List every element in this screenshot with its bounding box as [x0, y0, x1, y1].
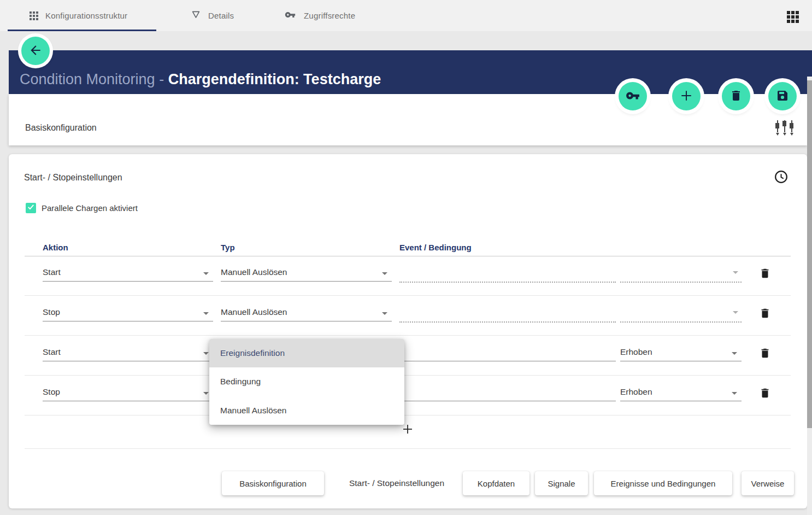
page-title: Condition Monitoring - Chargendefinition…	[20, 71, 381, 88]
chevron-down-icon	[203, 352, 209, 355]
column-header-typ: Typ	[221, 243, 235, 252]
delete-row-button[interactable]	[757, 385, 773, 402]
page-title-prefix: Condition Monitoring -	[20, 71, 168, 87]
parallele-chargen-checkbox[interactable]	[26, 203, 36, 213]
event-bedingung-field[interactable]	[399, 384, 616, 401]
table-row: Start Erhoben	[25, 336, 791, 376]
permissions-key-button[interactable]	[619, 82, 647, 110]
typ-dropdown-menu: Ereignisdefinition Bedingung Manuell Aus…	[209, 339, 404, 425]
chevron-down-icon	[203, 312, 209, 315]
tune-sliders-icon[interactable]	[775, 120, 793, 136]
select-value: Start	[43, 347, 61, 357]
menu-item-manuell-ausloesen[interactable]: Manuell Auslösen	[209, 396, 404, 425]
zusatz-select[interactable]	[620, 305, 742, 323]
aktion-select[interactable]: Stop	[43, 305, 213, 321]
footer-current-section[interactable]: Start- / Stopeinstellungen	[338, 471, 456, 495]
event-bedingung-field[interactable]	[399, 305, 616, 323]
delete-row-button[interactable]	[757, 306, 773, 322]
add-button[interactable]	[672, 82, 701, 110]
typ-select[interactable]: Manuell Auslösen	[221, 265, 392, 282]
trash-icon	[729, 89, 743, 104]
tab-label: Konfigurationsstruktur	[45, 11, 127, 20]
menu-item-ereignisdefinition[interactable]: Ereignisdefinition	[209, 339, 404, 367]
tab-konfigurationsstruktur[interactable]: Konfigurationsstruktur	[30, 0, 127, 31]
key-icon	[284, 9, 297, 22]
arrow-left-icon	[28, 43, 43, 59]
table-row: Stop Erhoben	[25, 376, 791, 415]
chevron-down-icon	[732, 352, 737, 355]
select-value: Erhoben	[620, 347, 652, 357]
apps-grid-glyph	[787, 11, 799, 23]
event-bedingung-field[interactable]	[399, 344, 616, 361]
startstop-card: Start- / Stopeinstellungen Parallele Cha…	[9, 154, 807, 508]
checkbox-label: Parallele Chargen aktiviert	[42, 203, 138, 213]
event-bedingung-field[interactable]	[399, 265, 616, 283]
table-row: Start Manuell Auslösen	[25, 256, 791, 296]
save-button[interactable]	[768, 82, 797, 110]
funnel-icon	[191, 9, 201, 22]
back-button[interactable]	[21, 37, 50, 65]
footer-button-basiskonfiguration[interactable]: Basiskonfiguration	[222, 471, 324, 495]
typ-select[interactable]: Manuell Auslösen	[221, 305, 392, 321]
apps-grid-icon[interactable]	[787, 11, 799, 23]
aktion-select[interactable]: Start	[43, 344, 213, 361]
select-value: Start	[43, 267, 61, 277]
active-tab-underline	[8, 30, 156, 31]
select-value: Stop	[43, 387, 60, 397]
delete-row-button[interactable]	[757, 346, 773, 362]
zusatz-select[interactable]: Erhoben	[620, 384, 742, 401]
select-value: Manuell Auslösen	[221, 307, 287, 317]
tab-details[interactable]: Details	[191, 0, 234, 31]
chevron-down-icon	[733, 311, 738, 314]
footer-button-ereignisse-und-bedingungen[interactable]: Ereignisse und Bedingungen	[594, 471, 732, 495]
plus-icon	[678, 87, 695, 106]
tab-label: Details	[208, 11, 234, 20]
chevron-down-icon	[203, 272, 209, 275]
delete-button[interactable]	[722, 82, 750, 110]
chevron-down-icon	[733, 271, 738, 274]
select-value: Stop	[43, 307, 60, 317]
save-icon	[776, 89, 789, 104]
slider-glyph	[790, 120, 793, 136]
chevron-down-icon	[382, 272, 387, 275]
page-title-main: Chargendefinition: Testcharge	[168, 71, 381, 87]
check-icon	[27, 203, 35, 213]
grid-icon	[30, 11, 38, 20]
select-value: Erhoben	[620, 387, 652, 397]
tab-zugriffsrechte[interactable]: Zugriffsrechte	[284, 0, 355, 31]
clock-icon[interactable]	[774, 169, 789, 186]
footer-button-signale[interactable]: Signale	[535, 471, 588, 495]
chevron-down-icon	[203, 392, 209, 395]
topbar: Konfigurationsstruktur Details Zugriffsr…	[0, 0, 812, 31]
scrollbar-track	[807, 77, 812, 515]
section-title: Start- / Stopeinstellungen	[24, 173, 122, 183]
slider-glyph	[775, 120, 779, 136]
zusatz-select[interactable]: Erhoben	[620, 344, 742, 361]
column-header-aktion: Aktion	[43, 243, 68, 252]
menu-item-bedingung[interactable]: Bedingung	[209, 367, 404, 396]
key-icon	[626, 89, 640, 104]
footer-button-verweise[interactable]: Verweise	[742, 471, 794, 495]
tab-label: Zugriffsrechte	[304, 11, 355, 20]
screen: Konfigurationsstruktur Details Zugriffsr…	[0, 0, 812, 515]
aktion-select[interactable]: Stop	[43, 384, 213, 401]
column-header-event: Event / Bedingung	[399, 243, 472, 252]
aktion-select[interactable]: Start	[43, 265, 213, 282]
footer-button-kopfdaten[interactable]: Kopfdaten	[463, 471, 529, 495]
chevron-down-icon	[732, 392, 737, 395]
chevron-down-icon	[382, 312, 387, 315]
table-row: Stop Manuell Auslösen	[25, 296, 791, 336]
zusatz-select[interactable]	[620, 265, 742, 283]
table-bottom-divider	[25, 448, 791, 449]
scrollbar-thumb[interactable]	[807, 80, 812, 428]
delete-row-button[interactable]	[757, 266, 773, 282]
basiskonfiguration-title: Basiskonfiguration	[25, 123, 97, 133]
select-value: Manuell Auslösen	[221, 267, 287, 277]
slider-glyph	[782, 120, 786, 136]
